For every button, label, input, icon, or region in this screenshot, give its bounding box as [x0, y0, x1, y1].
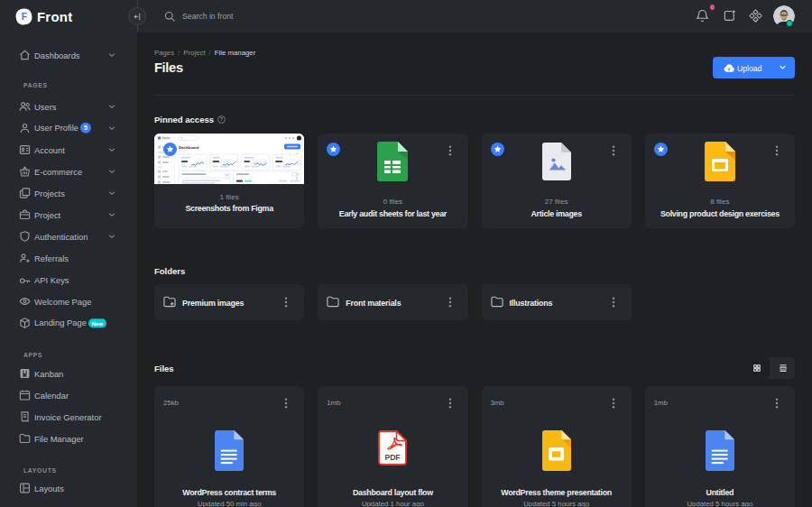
- svg-text:Dashboard: Dashboard: [179, 145, 199, 150]
- svg-text:F: F: [22, 12, 27, 22]
- svg-text:PDF: PDF: [385, 453, 401, 462]
- svg-text:?: ?: [220, 116, 223, 122]
